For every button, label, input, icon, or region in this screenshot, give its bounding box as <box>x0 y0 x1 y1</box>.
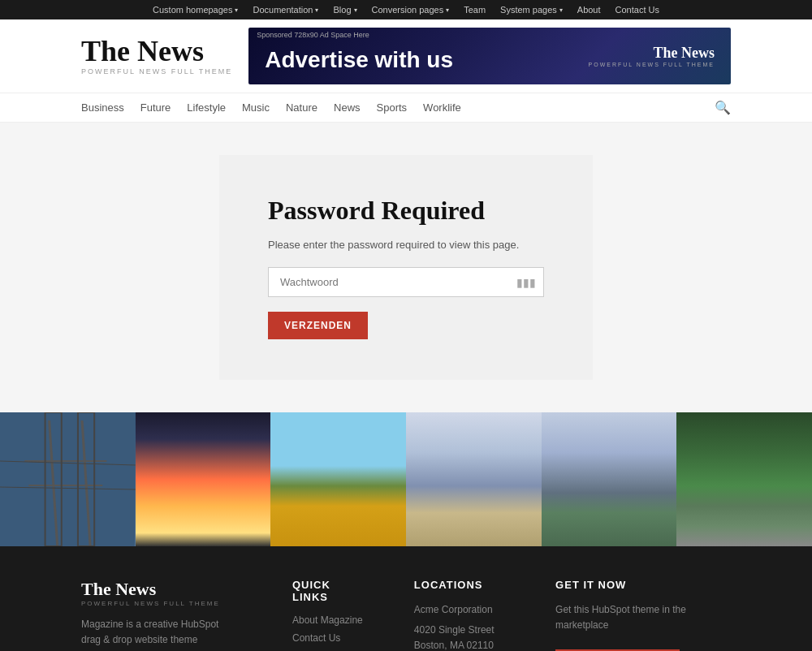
quicklink-contact[interactable]: Contact Us <box>292 632 365 644</box>
nav-custom-homepages[interactable]: Custom homepages ▾ <box>153 5 238 15</box>
footer-brand: The News POWERFUL NEWS FULL THEME Magazi… <box>81 579 244 651</box>
dropdown-arrow-icon: ▾ <box>559 6 563 14</box>
ad-sponsor-text: Sponsored 728x90 Ad Space Here <box>257 31 369 39</box>
ad-logo-right: The News POWERFUL NEWS FULL THEME <box>589 45 715 67</box>
cat-sports[interactable]: Sports <box>377 101 408 114</box>
search-icon[interactable]: 🔍 <box>715 100 731 115</box>
nav-contact-us[interactable]: Contact Us <box>615 5 659 15</box>
password-description: Please enter the password required to vi… <box>268 239 544 251</box>
nav-about[interactable]: About <box>577 5 601 15</box>
footer-logo-title: The News <box>81 579 244 600</box>
footer-brand-text: Magazine is a creative HubSpot drag & dr… <box>81 617 227 651</box>
nav-team[interactable]: Team <box>464 5 486 15</box>
footer-getit: GET IT NOW Get this HubSpot theme in the… <box>555 579 731 651</box>
nav-blog[interactable]: Blog ▾ <box>333 5 356 15</box>
location-company: Acme Corporation <box>414 602 507 618</box>
key-icon: ▮▮▮ <box>516 276 536 289</box>
photo-sunset <box>136 412 271 546</box>
svg-rect-0 <box>0 412 136 546</box>
photo-shore <box>406 412 542 546</box>
category-nav: Business Future Lifestyle Music Nature N… <box>0 93 812 123</box>
footer-locations: LOCATIONS Acme Corporation 4020 Single S… <box>414 579 507 651</box>
password-input[interactable] <box>268 267 544 297</box>
submit-button[interactable]: VERZENDEN <box>268 312 368 339</box>
top-nav: Custom homepages ▾ Documentation ▾ Blog … <box>0 0 812 19</box>
dropdown-arrow-icon: ▾ <box>446 6 449 14</box>
getit-heading: GET IT NOW <box>555 579 731 591</box>
location-address: 4020 Single Street Boston, MA 02110 Unit… <box>414 623 507 651</box>
dropdown-arrow-icon: ▾ <box>354 6 357 14</box>
site-logo: The News POWERFUL NEWS FULL THEME <box>81 37 232 75</box>
nav-conversion-pages[interactable]: Conversion pages ▾ <box>372 5 450 15</box>
photo-field <box>270 412 406 546</box>
dropdown-arrow-icon: ▾ <box>315 6 318 14</box>
ad-logo-title: The News <box>589 45 715 60</box>
cat-future[interactable]: Future <box>140 101 171 114</box>
getit-description: Get this HubSpot theme in the marketplac… <box>555 602 731 633</box>
site-header: The News POWERFUL NEWS FULL THEME Sponso… <box>0 19 812 93</box>
photo-road <box>676 412 812 546</box>
cat-worklife[interactable]: Worklife <box>423 101 461 114</box>
cat-news[interactable]: News <box>334 101 361 114</box>
site-footer: The News POWERFUL NEWS FULL THEME Magazi… <box>0 546 812 651</box>
photo-coast <box>542 412 677 546</box>
footer-top: The News POWERFUL NEWS FULL THEME Magazi… <box>81 579 731 651</box>
cat-lifestyle[interactable]: Lifestyle <box>187 101 226 114</box>
footer-logo-subtitle: POWERFUL NEWS FULL THEME <box>81 600 244 607</box>
dropdown-arrow-icon: ▾ <box>235 6 238 14</box>
footer-quicklinks: QUICK LINKS About Magazine Contact Us Te… <box>292 579 365 651</box>
password-input-wrapper: ▮▮▮ <box>268 267 544 297</box>
ad-banner: Sponsored 728x90 Ad Space Here Advertise… <box>248 28 731 84</box>
photo-strip <box>0 412 812 546</box>
ad-main-text: Advertise with us <box>265 47 453 73</box>
password-box: Password Required Please enter the passw… <box>219 155 593 380</box>
nav-documentation[interactable]: Documentation ▾ <box>253 5 318 15</box>
cat-nature[interactable]: Nature <box>286 101 317 114</box>
photo-pylon <box>0 412 136 546</box>
password-section: Password Required Please enter the passw… <box>0 123 812 412</box>
nav-system-pages[interactable]: System pages ▾ <box>500 5 563 15</box>
logo-subtitle: POWERFUL NEWS FULL THEME <box>81 67 232 75</box>
quicklink-about[interactable]: About Magazine <box>292 614 365 626</box>
logo-title: The News <box>81 37 232 66</box>
cat-business[interactable]: Business <box>81 101 124 114</box>
ad-logo-subtitle: POWERFUL NEWS FULL THEME <box>589 62 715 67</box>
quicklinks-heading: QUICK LINKS <box>292 579 365 603</box>
cat-music[interactable]: Music <box>242 101 270 114</box>
locations-heading: LOCATIONS <box>414 579 507 591</box>
password-title: Password Required <box>268 196 544 226</box>
